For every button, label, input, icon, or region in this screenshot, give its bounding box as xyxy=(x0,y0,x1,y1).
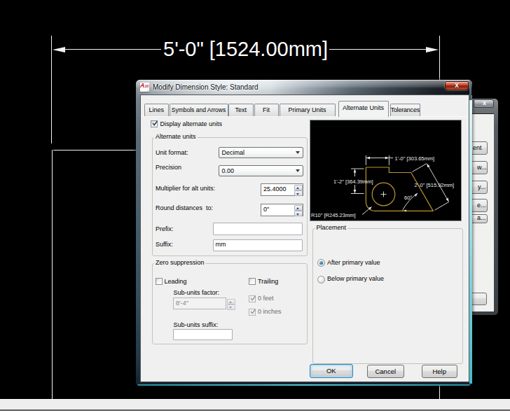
svg-text:2'-0" [515.92mm]: 2'-0" [515.92mm] xyxy=(415,182,455,188)
svg-text:1'-2" [364.39mm]: 1'-2" [364.39mm] xyxy=(333,178,373,185)
svg-text:R10" [R245.23mm]: R10" [R245.23mm] xyxy=(311,212,356,218)
svg-text:60°: 60° xyxy=(404,195,412,201)
svg-text:1'-0" [303.65mm]: 1'-0" [303.65mm] xyxy=(395,155,435,162)
